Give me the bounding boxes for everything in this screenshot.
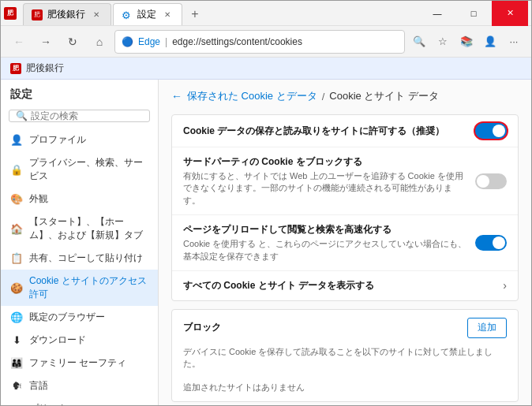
tab-settings-close[interactable]: ✕: [161, 9, 174, 21]
preload-row: ページをプリロードして閲覧と検索を高速化する Cookie を使用する と、これ…: [172, 215, 518, 271]
tab-settings-label: 設定: [137, 8, 156, 21]
addressbar: ← → ↻ ⌂ 🔵 Edge | edge://settings/content…: [1, 26, 531, 58]
appearance-icon: 🎨: [10, 193, 23, 206]
block-third-party-toggle[interactable]: [475, 173, 507, 189]
languages-icon: 🗣: [10, 380, 23, 393]
block-empty-text: 追加されたサイトはありません: [172, 377, 518, 401]
sidebar-item-default-label: 既定のブラウザー: [29, 311, 105, 324]
allow-cookies-row: Cookie データの保存と読み取りをサイトに許可する（推奨）: [172, 115, 518, 147]
family-icon: 👨‍👩‍👧: [10, 357, 23, 370]
block-add-button[interactable]: 追加: [467, 318, 507, 338]
more-btn[interactable]: ···: [503, 31, 525, 53]
sidebar-item-family-label: ファミリー セーフティ: [29, 356, 126, 370]
settings-tab-icon: ⚙: [122, 9, 133, 20]
preload-title: ページをプリロードして閲覧と検索を高速化する: [183, 223, 467, 237]
sidebar-title: 設定: [1, 80, 158, 106]
sidebar-item-languages[interactable]: 🗣 言語: [1, 374, 158, 397]
show-all-action: ›: [503, 279, 507, 292]
breadcrumb-back-arrow[interactable]: ←: [171, 90, 182, 102]
sidebar-item-privacy-label: プライバシー、検索、サービス: [29, 156, 148, 183]
sidebar-search[interactable]: 🔍: [9, 110, 150, 122]
block-third-party-row: サードパーティの Cookie をブロックする 有効にすると、サイトでは Web…: [172, 147, 518, 215]
tab-settings[interactable]: ⚙ 設定 ✕: [113, 3, 182, 25]
search-input[interactable]: [31, 110, 149, 121]
sidebar-item-printer[interactable]: 🖨 プリンター: [1, 397, 158, 405]
address-edge-icon: 🔵: [122, 36, 133, 47]
new-tab-button[interactable]: +: [184, 3, 206, 25]
breadcrumb-parent[interactable]: 保存された Cookie とデータ: [187, 89, 317, 103]
sidebar-item-start-label: 【スタート】、【ホーム】、および【新規】タブ: [29, 215, 148, 242]
search-toolbar-btn[interactable]: 🔍: [408, 31, 430, 53]
favorites-btn[interactable]: ☆: [432, 31, 454, 53]
preload-thumb: [493, 237, 505, 249]
sidebar-item-downloads[interactable]: ⬇ ダウンロード: [1, 329, 158, 352]
tab-bank-label: 肥後銀行: [47, 8, 85, 21]
preload-toggle[interactable]: [475, 235, 507, 251]
sidebar-item-privacy[interactable]: 🔒 プライバシー、検索、サービス: [1, 151, 158, 188]
home-button[interactable]: ⌂: [88, 30, 111, 54]
sidebar-item-default-browser[interactable]: 🌐 既定のブラウザー: [1, 306, 158, 329]
tab-bank[interactable]: 肥 肥後銀行 ✕: [23, 3, 111, 25]
printer-icon: 🖨: [10, 403, 23, 406]
address-box[interactable]: 🔵 Edge | edge://settings/content/cookies: [114, 30, 405, 54]
block-section-desc: デバイスに Cookie を保存して読み取ることを以下のサイトに対して禁止しまし…: [172, 346, 518, 377]
titlebar: 肥 肥 肥後銀行 ✕ ⚙ 設定 ✕ + — □ ✕: [1, 1, 531, 26]
bank-tab-icon: 肥: [32, 9, 43, 20]
block-third-party-thumb: [477, 175, 489, 188]
collections-btn[interactable]: 📚: [455, 31, 478, 53]
bank-strip: 肥 肥後銀行: [1, 58, 531, 80]
edge-label: Edge: [138, 36, 160, 47]
preload-desc: Cookie を使用する と、これらのページにアクセスしていない場合にも、基本設…: [183, 238, 467, 263]
allow-cookies-toggle[interactable]: [475, 123, 507, 139]
preload-action: [475, 235, 507, 251]
sidebar-item-cookies-label: Cookie とサイトのアクセス許可: [29, 274, 148, 301]
allow-cookies-text: Cookie データの保存と読み取りをサイトに許可する（推奨）: [183, 125, 467, 138]
address-separator: |: [165, 36, 167, 47]
downloads-icon: ⬇: [10, 334, 23, 347]
sidebar-item-start-home-new[interactable]: 🏠 【スタート】、【ホーム】、および【新規】タブ: [1, 210, 158, 247]
show-all-title: すべての Cookie とサイト データを表示する: [183, 279, 495, 292]
block-third-party-title: サードパーティの Cookie をブロックする: [183, 155, 467, 169]
profile-btn[interactable]: 👤: [479, 31, 501, 53]
profile-icon: 👤: [10, 134, 23, 147]
block-section-header: ブロック 追加: [172, 310, 518, 346]
allow-cookies-action: [475, 123, 507, 139]
show-all-row[interactable]: すべての Cookie とサイト データを表示する ›: [172, 271, 518, 300]
sidebar-item-printer-label: プリンター: [29, 402, 77, 405]
breadcrumb-current: Cookie とサイト データ: [329, 89, 439, 103]
forward-button[interactable]: →: [34, 30, 58, 54]
block-third-party-desc: 有効にすると、サイトでは Web 上のユーザーを追跡する Cookie を使用で…: [183, 170, 467, 207]
tab-strip: 肥 肥後銀行 ✕ ⚙ 設定 ✕ +: [23, 1, 419, 25]
block-section: ブロック 追加 デバイスに Cookie を保存して読み取ることを以下のサイトに…: [171, 309, 519, 402]
preload-text: ページをプリロードして閲覧と検索を高速化する Cookie を使用する と、これ…: [183, 223, 467, 263]
share-icon: 📋: [10, 252, 23, 265]
tab-bank-close[interactable]: ✕: [90, 9, 103, 21]
maximize-button[interactable]: □: [455, 1, 492, 26]
sidebar-item-appearance-label: 外観: [29, 192, 48, 206]
minimize-button[interactable]: —: [419, 1, 455, 26]
cookies-icon: 🍪: [10, 281, 23, 294]
sidebar-item-downloads-label: ダウンロード: [29, 333, 86, 347]
sidebar-item-languages-label: 言語: [29, 379, 48, 393]
search-icon: 🔍: [16, 110, 28, 121]
refresh-button[interactable]: ↻: [61, 30, 84, 54]
block-third-party-action: [475, 173, 507, 189]
bank-strip-icon: 肥: [10, 63, 21, 74]
window-controls: — □ ✕: [419, 1, 528, 26]
back-button[interactable]: ←: [7, 30, 31, 54]
content-area: 設定 🔍 👤 プロファイル 🔒 プライバシー、検索、サービス 🎨 外観 🏠 【ス…: [1, 80, 531, 405]
sidebar-item-profile[interactable]: 👤 プロファイル: [1, 129, 158, 151]
sidebar-item-cookies[interactable]: 🍪 Cookie とサイトのアクセス許可: [1, 270, 158, 306]
close-button[interactable]: ✕: [492, 1, 528, 26]
show-all-arrow: ›: [503, 279, 507, 292]
block-section-title: ブロック: [183, 321, 467, 334]
sidebar-item-share-copy[interactable]: 📋 共有、コピーして貼り付け: [1, 247, 158, 270]
sidebar-item-appearance[interactable]: 🎨 外観: [1, 188, 158, 210]
sidebar-item-family-safety[interactable]: 👨‍👩‍👧 ファミリー セーフティ: [1, 352, 158, 374]
show-all-text: すべての Cookie とサイト データを表示する: [183, 279, 495, 292]
start-icon: 🏠: [10, 222, 23, 235]
privacy-icon: 🔒: [10, 163, 23, 176]
address-url[interactable]: edge://settings/content/cookies: [172, 36, 398, 47]
browser-window: 肥 肥 肥後銀行 ✕ ⚙ 設定 ✕ + — □ ✕ ← →: [0, 0, 532, 406]
toolbar-right: 🔍 ☆ 📚 👤 ···: [408, 31, 525, 53]
